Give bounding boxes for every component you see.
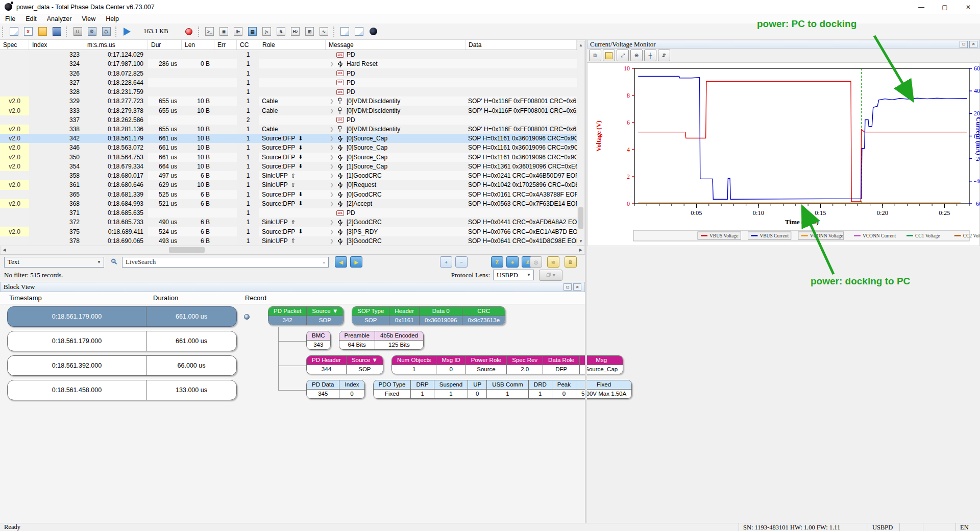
table-row-372[interactable]: 3720:18.685.733490 us6 B1Sink:UFP⇧❯[2]Go… — [0, 218, 577, 227]
record-block-bmc[interactable]: Preamble64 Bits4b5b Encoded125 Bits — [339, 331, 424, 350]
table-row-338[interactable]: v2.03380:18.281.136655 us10 B1Cable❯[0]V… — [0, 125, 577, 134]
close-pane-icon[interactable]: ✕ — [573, 283, 581, 291]
menu-item-edit[interactable]: Edit — [20, 14, 42, 23]
scroll-view-button[interactable]: 🗎 — [589, 50, 601, 61]
legend-label[interactable]: VCONN Current — [863, 233, 896, 238]
zoom-out-rows-button[interactable]: − — [455, 256, 468, 268]
row-expander-icon[interactable]: ❯ — [328, 182, 335, 187]
row-expander-icon[interactable]: ❯ — [328, 108, 335, 113]
float-pane-icon[interactable]: ⊡ — [564, 283, 572, 291]
table-row-342[interactable]: v2.03420:18.561.179661 us10 B1Source:DFP… — [0, 134, 577, 143]
table-row-329[interactable]: v2.03290:18.277.723655 us10 B1Cable❯[0]V… — [0, 96, 577, 106]
column-header-role[interactable]: Role — [259, 40, 326, 50]
table-row-333[interactable]: v2.03330:18.279.378655 us10 B1Cable❯[0]V… — [0, 106, 577, 115]
open-file-button[interactable] — [36, 25, 49, 38]
protocol-lens-select[interactable]: USBPD ▼ — [493, 270, 534, 280]
search-prev-button[interactable]: ◀ — [335, 256, 347, 268]
zoom-in-rows-button[interactable]: + — [440, 256, 452, 268]
menu-item-file[interactable]: File — [0, 14, 20, 23]
record-block-pddata[interactable]: PDO TypeFixedDRP1Suspend1UP0USB Comm1DRD… — [373, 380, 632, 399]
collapse-top-button[interactable]: ⊼ — [491, 256, 503, 268]
blockview-timestamp-block[interactable]: 0:18.561.179.000661.000 us — [7, 306, 237, 327]
record-block-packet[interactable]: PD Packet342Source ▼SOP — [268, 306, 344, 325]
column-header-index[interactable]: Index — [29, 40, 84, 50]
capture-settings-button[interactable]: ⛭ — [100, 25, 113, 38]
zoom-select-button[interactable]: ⊕ — [630, 50, 643, 61]
save-file-button[interactable] — [50, 25, 63, 38]
start-capture-button[interactable] — [120, 25, 134, 38]
table-row-326[interactable]: 3260:18.072.8251101PD — [0, 68, 577, 78]
column-header-len[interactable]: Len — [182, 40, 214, 50]
frequency-view-button[interactable]: Hz — [289, 25, 302, 38]
record-block-packet[interactable]: SOP TypeSOPHeader0x1161Data 00x36019096C… — [352, 306, 505, 325]
row-expander-icon[interactable]: ❯ — [328, 99, 335, 104]
row-expander-icon[interactable]: ❯ — [328, 238, 335, 244]
row-expander-icon[interactable]: ❯ — [328, 155, 335, 160]
table-row-361[interactable]: v2.03610:18.680.646629 us10 B1Sink:UFP⇧❯… — [0, 180, 577, 189]
row-expander-icon[interactable]: ❯ — [328, 145, 335, 150]
record-block-pddata[interactable]: PD Data345Index0 — [306, 380, 365, 399]
search-next-button[interactable]: ▶ — [350, 256, 362, 268]
table-row-378[interactable]: 3780:18.690.065493 us6 B1Sink:UFP⇧❯[3]Go… — [0, 236, 577, 246]
menu-item-help[interactable]: Help — [101, 14, 124, 23]
device-manager-button[interactable]: U — [71, 25, 84, 38]
export-csv-button[interactable] — [353, 25, 366, 38]
new-capture-button[interactable] — [7, 25, 20, 38]
row-expander-icon[interactable]: ❯ — [328, 136, 335, 141]
row-expander-icon[interactable]: ❯ — [328, 192, 335, 197]
center-selection-button[interactable]: ● — [506, 256, 519, 268]
table-horizontal-scrollbar[interactable]: ◀ ▶ — [0, 246, 585, 254]
column-header-err[interactable]: Err — [214, 40, 237, 50]
table-row-328[interactable]: 3280:18.231.7591101PD — [0, 87, 577, 96]
lens-layers-button[interactable]: 🗇 ▾ — [539, 270, 562, 281]
crosshair-values-button[interactable]: ┼ — [644, 50, 656, 61]
navigator-view-button[interactable]: ⊫ — [232, 25, 245, 38]
waveform-view-button[interactable]: ∿ — [317, 25, 331, 38]
row-expander-icon[interactable]: ❯ — [328, 173, 335, 178]
record-block-pdheader[interactable]: Num Objects1Msg ID0Power RoleSourceSpec … — [391, 355, 623, 374]
close-button[interactable]: ✕ — [957, 0, 980, 14]
table-row-350[interactable]: v2.03500:18.564.753661 us10 B1Source:DFP… — [0, 153, 577, 162]
terminal-view-button[interactable]: >_ — [203, 25, 216, 38]
table-row-323[interactable]: 3230:17.124.0291101PD — [0, 50, 577, 59]
search-mode-select[interactable]: Text ▼ — [4, 257, 104, 268]
table-row-354[interactable]: v2.03540:18.679.334664 us10 B1Source:DFP… — [0, 162, 577, 171]
table-row-368[interactable]: v2.03680:18.684.993521 us6 B1Source:DFP⬇… — [0, 199, 577, 208]
close-pane-icon[interactable]: ✕ — [969, 41, 977, 48]
table-row-358[interactable]: 3580:18.680.017497 us6 B1Sink:UFP⇧❯[1]Go… — [0, 171, 577, 180]
legend-label[interactable]: VBUS Current — [760, 233, 789, 238]
current-voltage-chart[interactable]: 0246810Voltage (V)-600-400-2000200400600… — [587, 63, 980, 247]
save-chart-button[interactable] — [603, 50, 615, 61]
minimize-button[interactable]: — — [910, 0, 933, 14]
blockview-timestamp-block[interactable]: 0:18.561.392.00066.000 us — [7, 355, 237, 376]
search-input[interactable]: LiveSearch ⌄ — [122, 257, 329, 268]
blockview-timestamp-block[interactable]: 0:18.561.179.000661.000 us — [7, 331, 237, 351]
matrix-view-button[interactable]: ⊞ — [303, 25, 316, 38]
legend-label[interactable]: VBUS Voltage — [709, 233, 738, 238]
table-vertical-scrollbar[interactable]: ▲ ▼ — [577, 41, 585, 246]
row-expander-icon[interactable]: ❯ — [328, 61, 335, 66]
column-header-data[interactable]: Data — [465, 40, 577, 50]
row-expander-icon[interactable]: ❯ — [328, 127, 335, 132]
legend-label[interactable]: CC1 Voltage — [915, 233, 940, 238]
row-expander-icon[interactable]: ❯ — [328, 164, 335, 169]
menu-item-view[interactable]: View — [77, 14, 101, 23]
table-row-337[interactable]: 3370:18.262.5862101PD — [0, 115, 577, 125]
record-block-pdheader[interactable]: PD Header344Source ▼SOP — [306, 355, 383, 374]
table-row-365[interactable]: 3650:18.681.339525 us6 B1Source:DFP⬇❯[0]… — [0, 190, 577, 199]
column-header-message[interactable]: Message — [326, 40, 465, 50]
column-header-m-s-ms-us[interactable]: m:s.ms.us — [84, 40, 148, 50]
blockview-timestamp-block[interactable]: 0:18.561.458.000133.000 us — [7, 380, 237, 400]
details-view-button[interactable]: ≣ — [217, 25, 231, 38]
legend-label[interactable]: VCONN Voltage — [810, 233, 843, 238]
table-row-371[interactable]: 3710:18.685.6351101PD — [0, 208, 577, 218]
packet-view-button[interactable]: ▷ — [260, 25, 274, 38]
column-header-spec[interactable]: Spec — [0, 40, 29, 50]
column-header-dur[interactable]: Dur — [148, 40, 182, 50]
table-row-327[interactable]: 3270:18.228.6441101PD — [0, 78, 577, 87]
collapse-all-button[interactable]: ≋ — [547, 256, 559, 268]
menu-item-analyzer[interactable]: Analyzer — [42, 14, 77, 23]
totalphase-button[interactable] — [367, 25, 380, 38]
zoom-fit-button[interactable]: ⤢ — [617, 50, 629, 61]
column-header-cc[interactable]: CC — [237, 40, 259, 50]
